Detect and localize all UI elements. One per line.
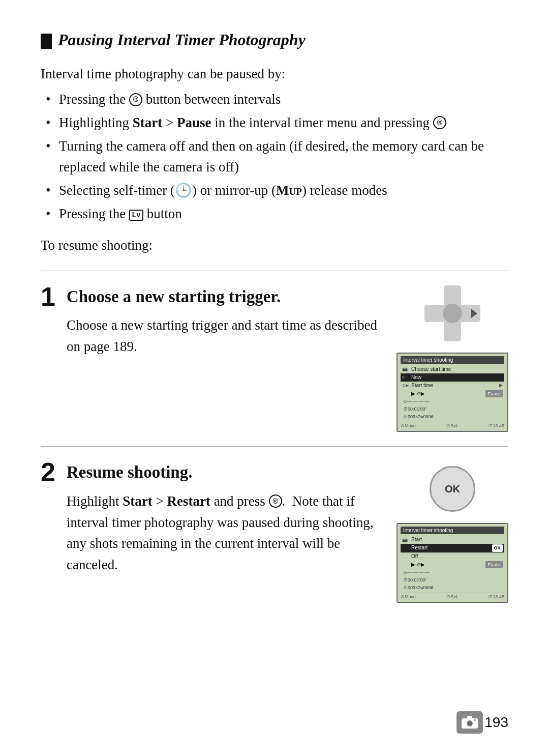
ok-button-symbol-2: ® [433,116,446,129]
lcd-row-starttime: ⊙▶ Start time ▶ [401,382,504,390]
dpad-right-arrow [471,309,477,318]
step-2-number: 2 [41,459,55,485]
lcd-label-choose: Choose start time [411,366,503,373]
lcd-icon-play: ▶ [402,374,411,381]
step-1-number: 1 [41,283,55,310]
step-1-content: Choose a new starting trigger. Choose a … [67,285,381,358]
lcd-label-starttime: Start time [411,382,499,389]
lcd-label-off: Off [411,553,503,560]
bullet-item-1: Pressing the ® button between intervals [41,89,508,110]
lcd-title-2: Interval timer shooting [401,527,504,534]
camera-icon [462,715,478,730]
lcd-ok-badge: OK [492,544,503,552]
lcd-time-text-2: ⏱00:01'00" [403,577,426,584]
page-content: Pausing Interval Timer Photography Inter… [0,0,549,648]
section-heading: Pausing Interval Timer Photography [41,31,508,49]
svg-rect-4 [474,719,476,721]
lv-button-symbol: Lv [129,210,143,221]
lcd-label-playmode: ▶ ⊙▶ [411,390,485,397]
step-2-bold-start: Start [123,493,152,509]
lcd-row-header-2: 📷 Start [401,536,504,544]
section-icon [41,34,52,49]
step-2-container: 2 Resume shooting. Highlight Start > Res… [41,461,508,603]
camera-icon-box [456,711,483,734]
divider-2 [41,446,508,447]
lcd-label-playmode-2: ▶ ⊙▶ [411,561,485,568]
lcd-row-playmode-2: ▶ ⊙▶ Pause [401,561,504,569]
dpad-center [443,304,462,323]
lcd-icon-camera-2: 📷 [402,537,411,543]
lcd-row-time-2: ⏱00:01'00" [401,576,504,584]
bullet-item-3: Turning the camera off and then on again… [41,136,508,179]
step-2-right: OK Interval timer shooting 📷 Start Resta… [396,461,508,603]
bullet-item-2: Highlighting Start > Pause in the interv… [41,112,508,134]
ok-button-container: OK [430,466,475,512]
step-2-content: Resume shooting. Highlight Start > Resta… [67,461,381,576]
bullet-item-4: Selecting self-timer (🕒) or mirror-up (M… [41,180,508,201]
step-1-container: 1 Choose a new starting trigger. Choose … [41,285,508,432]
step-2-title: Resume shooting. [67,461,381,484]
lcd-time-text: ⏱00:01'00" [403,406,426,413]
lcd-label-restart: Restart [411,544,492,551]
lcd-row-now: ▶ Now [401,373,504,382]
lcd-icon-camera: 📷 [402,366,411,372]
bold-pause: Pause [177,115,211,130]
ok-button-symbol-3: ® [269,495,282,508]
svg-rect-1 [467,716,472,719]
svg-point-3 [468,721,472,725]
step-1-title: Choose a new starting trigger. [67,285,381,308]
lcd-footer-move: ⊙Move [401,423,416,428]
bullet-list: Pressing the ® button between intervals … [41,89,508,225]
lcd-label-start: Start [411,536,503,543]
lcd-row-header-1: 📷 Choose start time [401,365,504,373]
step-2-bold-restart: Restart [167,493,210,509]
lcd-title-1: Interval timer shooting [401,356,504,364]
lcd-footer-time: ⏱13:45 [488,423,504,428]
dpad-illustration [424,285,480,341]
lcd-screen-1: Interval timer shooting 📷 Choose start t… [396,353,508,432]
lcd-row-restart: Restart OK [401,544,504,553]
resume-text: To resume shooting: [41,235,508,256]
section-title: Pausing Interval Timer Photography [58,31,306,49]
lcd-pause-badge-1: Pause [485,390,503,398]
lcd-row-off: Off [401,553,504,561]
step-1-right: Interval timer shooting 📷 Choose start t… [396,285,508,432]
step-2-body: Highlight Start > Restart and press ®. N… [67,491,381,576]
lcd-footer-time-2: ⏱13:45 [488,594,504,599]
intro-text: Interval time photography can be paused … [41,64,508,85]
page-number: 193 [484,714,508,731]
lcd-row-frames-2: ⏸003×2=0006 [401,584,504,592]
lcd-footer-1: ⊙Move ⊙Set ⏱13:45 [401,422,504,428]
lcd-row-time: ⏱00:01'00" [401,405,504,413]
bullet-item-5: Pressing the Lv button [41,203,508,225]
lcd-footer-move-2: ⊙Move [401,594,416,599]
lcd-row-dash: ⊙— — — — [401,398,504,405]
lcd-row-dash-2: ⊙— — — — [401,569,504,576]
lcd-footer-set-2: ⊙Set [446,594,458,599]
lcd-label-now: Now [411,374,503,381]
lcd-footer-set: ⊙Set [446,423,458,428]
lcd-pause-badge-2: Pause [485,561,503,569]
lcd-right-arrow-1: ▶ [499,382,503,389]
ok-button-large: OK [430,466,475,512]
divider-1 [41,271,508,271]
lcd-dash-text: ⊙— — — — [403,398,430,405]
lcd-frames-text: ⏸003×2=0006 [403,414,434,420]
step-1-body: Choose a new starting trigger and start … [67,315,381,358]
lcd-screen-2: Interval timer shooting 📷 Start Restart … [396,523,508,603]
bold-start: Start [133,115,162,130]
self-timer-symbol: 🕒 [175,183,192,198]
lcd-row-frames: ⏸003×2=0006 [401,413,504,421]
lcd-row-playmode: ▶ ⊙▶ Pause [401,390,504,398]
ok-button-symbol-1: ® [129,93,142,106]
lcd-dash-text-2: ⊙— — — — [403,569,430,576]
lcd-footer-2: ⊙Move ⊙Set ⏱13:45 [401,593,504,599]
mirror-up-label: Mup [276,183,302,198]
lcd-frames-text-2: ⏸003×2=0006 [403,585,434,591]
lcd-icon-starttime: ⊙▶ [402,383,411,388]
